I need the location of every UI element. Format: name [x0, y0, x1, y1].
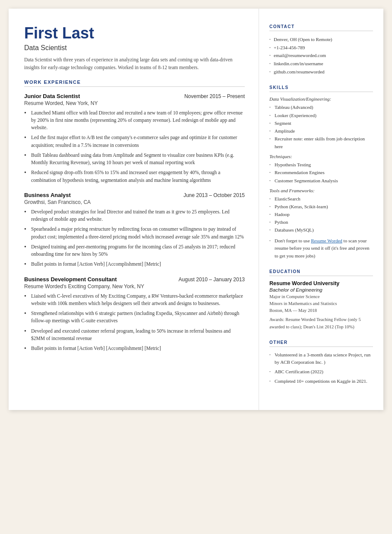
skill-item: Customer Segmentation Analysis	[269, 177, 373, 184]
job-2: Business Analyst June 2013 – October 201…	[24, 192, 245, 268]
other-header: OTHER	[269, 340, 373, 347]
work-experience-header: WORK EXPERIENCE	[24, 79, 245, 87]
bullet-item: Bullet points in format [Action Verb] [A…	[24, 261, 245, 268]
skill-item: Looker (Experienced)	[269, 111, 373, 119]
edu-awards: Awards: Resume Worded Teaching Fellow (o…	[269, 316, 373, 331]
left-column: First Last Data Scientist Data Scientist…	[9, 9, 259, 410]
other-section: OTHER Volunteered in a 3-month data scie…	[269, 340, 373, 385]
skills-cat-2-title: Techniques:	[269, 154, 373, 159]
skills-cat-2-list: Hypothesis Testing Recommendation Engine…	[269, 161, 373, 184]
job-2-title: Business Analyst	[24, 192, 71, 198]
skills-header: SKILLS	[269, 85, 373, 92]
skills-cat-1-title: Data Visualization/Engineering:	[269, 96, 373, 102]
job-3-title: Business Development Consultant	[24, 276, 117, 283]
bullet-item: Launched Miami office with lead Director…	[24, 109, 245, 132]
skill-item: Databases (MySQL)	[269, 226, 373, 234]
bullet-item: Spearheaded a major pricing restructure …	[24, 226, 245, 241]
other-item: Completed 10+ competitions on Kaggle in …	[269, 378, 373, 385]
skill-item: Python (Keras, Scikit-learn)	[269, 203, 373, 210]
skills-cat-3-list: ElasticSearch Python (Keras, Scikit-lear…	[269, 195, 373, 234]
job-3-header: Business Development Consultant August 2…	[24, 276, 245, 283]
candidate-name: First Last	[24, 24, 245, 42]
job-3-bullets: Liaised with C-level executives of My Ex…	[24, 292, 245, 353]
contact-section: CONTACT Denver, OH (Open to Remote) +1-2…	[269, 24, 373, 76]
skill-item: Recommendation Engines	[269, 168, 373, 176]
job-3-company: Resume Worded's Exciting Company, New Yo…	[24, 283, 245, 289]
bullet-item: Bullet points in format [Action Verb] [A…	[24, 345, 245, 352]
contact-item: linkedin.com/in/username	[269, 60, 373, 68]
job-2-bullets: Developed product strategies for lead Di…	[24, 208, 245, 268]
edu-major: Major in Computer Science	[269, 293, 373, 300]
bullet-item: Developed product strategies for lead Di…	[24, 208, 245, 223]
contact-header: CONTACT	[269, 24, 373, 31]
skill-item: Segment	[269, 119, 373, 127]
skill-item: Hypothesis Testing	[269, 161, 373, 168]
job-2-dates: June 2013 – October 2015	[183, 192, 245, 198]
job-1-dates: November 2015 – Present	[184, 93, 245, 99]
bullet-item: Designed training and peer-mentoring pro…	[24, 243, 245, 258]
bullet-item: Liaised with C-level executives of My Ex…	[24, 292, 245, 308]
other-item: Volunteered in a 3-month data science Pr…	[269, 351, 373, 366]
job-1-title: Junior Data Scientist	[24, 93, 80, 99]
job-1-bullets: Launched Miami office with lead Director…	[24, 109, 245, 184]
edu-minors: Minors in Mathematics and Statistics	[269, 300, 373, 307]
education-section: EDUCATION Resume Worded University Bache…	[269, 269, 373, 331]
bullet-item: Built Tableau dashboard using data from …	[24, 152, 245, 167]
edu-location-date: Boston, MA — May 2018	[269, 307, 373, 314]
contact-item: Denver, OH (Open to Remote)	[269, 35, 373, 44]
skill-item: Recruiter note: enter skills from job de…	[269, 135, 373, 150]
skills-section: SKILLS Data Visualization/Engineering: T…	[269, 85, 373, 259]
contact-item: github.com/resumeworded	[269, 68, 373, 76]
skill-item: Hadoop	[269, 210, 373, 218]
other-item: ABC Certification (2022)	[269, 368, 373, 376]
other-list: Volunteered in a 3-month data science Pr…	[269, 351, 373, 385]
edu-degree: Bachelor of Engineering	[269, 287, 373, 292]
promo-link[interactable]: Resume Worded	[311, 238, 342, 243]
job-1: Junior Data Scientist November 2015 – Pr…	[24, 93, 245, 184]
bullet-item: Reduced signup drop-offs from 65% to 15%…	[24, 169, 245, 184]
promo-text: Don't forget to use Resume Worded to sca…	[269, 237, 373, 259]
job-1-company: Resume Worded, New York, NY	[24, 100, 245, 106]
job-3-dates: August 2010 – January 2013	[179, 277, 245, 283]
contact-item: email@resumeworded.com	[269, 51, 373, 60]
resume-wrapper: First Last Data Scientist Data Scientist…	[9, 9, 383, 410]
job-1-header: Junior Data Scientist November 2015 – Pr…	[24, 93, 245, 99]
skills-cat-1-list: Tableau (Advanced) Looker (Experienced) …	[269, 103, 373, 150]
contact-list: Denver, OH (Open to Remote) +1-234-456-7…	[269, 35, 373, 76]
skill-item: Tableau (Advanced)	[269, 103, 373, 111]
promo-prefix: Don't forget to use	[275, 238, 311, 243]
education-header: EDUCATION	[269, 269, 373, 276]
bullet-item: Led the first major effort to A/B test t…	[24, 134, 245, 149]
job-3: Business Development Consultant August 2…	[24, 276, 245, 353]
right-column: CONTACT Denver, OH (Open to Remote) +1-2…	[259, 9, 383, 410]
bullet-item: Strengthened relationships with 6 strate…	[24, 310, 245, 325]
candidate-title: Data Scientist	[24, 44, 245, 52]
job-2-company: Growthsi, San Francisco, CA	[24, 199, 245, 205]
job-2-header: Business Analyst June 2013 – October 201…	[24, 192, 245, 198]
skills-cat-3-title: Tools and Frameworks:	[269, 188, 373, 193]
skill-item: Amplitude	[269, 127, 373, 135]
bullet-item: Developed and executed customer referral…	[24, 327, 245, 343]
skill-item: ElasticSearch	[269, 195, 373, 203]
edu-school: Resume Worded University	[269, 280, 373, 286]
contact-item: +1-234-456-789	[269, 44, 373, 52]
summary-text: Data Scientist with three years of exper…	[24, 56, 245, 72]
skill-item: Python	[269, 218, 373, 226]
